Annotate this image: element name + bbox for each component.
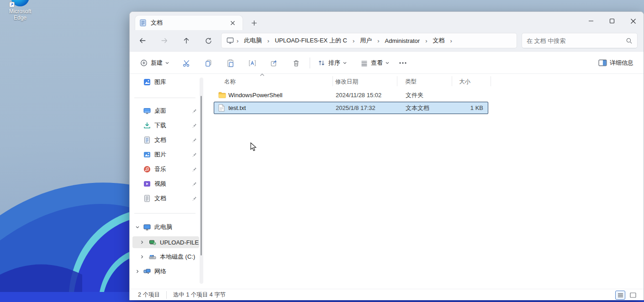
file-list: 名称 修改日期 类型 大小 WindowsPowerShell 2024/11/… [205, 74, 644, 289]
pin-icon [191, 137, 197, 143]
view-button-label: 查看 [371, 59, 383, 67]
column-header-type[interactable]: 类型 [405, 78, 417, 86]
search-box[interactable] [522, 33, 638, 48]
maximize-button[interactable] [602, 12, 623, 30]
chevron-down-icon[interactable] [135, 225, 140, 229]
file-type: 文本文档 [406, 104, 429, 112]
address-bar[interactable]: › 此电脑 › UPLOAD-FILES-EX 上的 C › 用户 › Admi… [221, 33, 517, 48]
sidebar-item-this-pc[interactable]: 此电脑 [132, 221, 199, 233]
tab-documents[interactable]: 文档 [135, 16, 243, 30]
sidebar-item-network[interactable]: 网络 [132, 266, 199, 277]
paste-icon [226, 59, 235, 68]
column-headers: 名称 修改日期 类型 大小 [205, 75, 639, 88]
sidebar-item-upload-files[interactable]: UPLOAD-FILES- [132, 236, 199, 248]
tab-title: 文档 [151, 19, 223, 27]
sidebar-item-downloads[interactable]: 下载 [132, 120, 199, 131]
file-row-windowspowershell[interactable]: WindowsPowerShell 2024/11/28 15:02 文件夹 [214, 89, 488, 101]
more-options-button[interactable] [395, 55, 411, 71]
view-button[interactable]: 查看 [357, 55, 393, 71]
sidebar-scrollbar-thumb[interactable] [201, 96, 202, 255]
close-icon [230, 21, 235, 26]
share-button[interactable] [265, 55, 283, 71]
sidebar-item-label: UPLOAD-FILES- [160, 239, 199, 246]
music-icon [143, 166, 151, 173]
text-file-icon [218, 104, 225, 112]
delete-button[interactable] [287, 55, 305, 71]
details-view-icon [618, 293, 623, 298]
search-icon [626, 37, 633, 44]
sidebar-item-documents-2[interactable]: 文档 [132, 193, 199, 204]
sidebar-item-label: 文档 [154, 136, 188, 144]
sidebar-item-label: 此电脑 [154, 223, 199, 231]
column-header-date-modified[interactable]: 修改日期 [335, 78, 358, 86]
details-pane-button[interactable]: 详细信息 [595, 55, 637, 71]
forward-button[interactable] [157, 33, 172, 48]
sidebar-item-pictures[interactable]: 图片 [132, 149, 199, 161]
large-icons-view-button[interactable] [628, 291, 638, 300]
sidebar-item-local-disk-c[interactable]: 本地磁盘 (C:) [132, 251, 199, 263]
column-separator[interactable] [397, 76, 397, 86]
edge-shortcut[interactable]: Microsoft Edge [3, 0, 37, 21]
column-separator[interactable] [333, 76, 333, 86]
sidebar-item-documents[interactable]: 文档 [132, 134, 199, 146]
tab-close-button[interactable] [227, 17, 238, 28]
sidebar-item-label: 下载 [154, 121, 188, 130]
sort-ascending-icon [260, 73, 264, 76]
plus-icon [251, 20, 257, 26]
sidebar-item-desktop[interactable]: 桌面 [132, 105, 199, 117]
wallpaper-bottom-strip [129, 300, 644, 302]
rename-button[interactable] [243, 55, 261, 71]
edge-shortcut-label: Microsoft Edge [3, 8, 37, 21]
breadcrumb-separator: › [267, 37, 269, 44]
breadcrumb-item-users[interactable]: 用户 [357, 36, 375, 45]
search-input[interactable] [527, 37, 626, 44]
documents-icon [143, 136, 151, 144]
new-button[interactable]: 新建 [136, 55, 173, 71]
minimize-button[interactable] [581, 12, 602, 30]
breadcrumb-item-administrator[interactable]: Administrator [382, 37, 423, 44]
sidebar-item-gallery[interactable]: 图库 [132, 76, 199, 88]
paste-button[interactable] [221, 55, 239, 71]
gallery-icon [143, 78, 151, 86]
breadcrumb-item-documents[interactable]: 文档 [430, 36, 448, 45]
new-button-label: 新建 [151, 59, 163, 67]
chevron-down-icon [165, 62, 169, 64]
column-header-size[interactable]: 大小 [459, 78, 470, 86]
refresh-button[interactable] [201, 33, 216, 48]
up-button[interactable] [179, 33, 194, 48]
breadcrumb-item-this-pc[interactable]: 此电脑 [241, 36, 265, 45]
sidebar-item-music[interactable]: 音乐 [132, 163, 199, 175]
column-header-name[interactable]: 名称 [224, 78, 236, 86]
tab-bar: 文档 [130, 12, 644, 30]
pin-icon [191, 181, 197, 187]
pin-icon [191, 123, 197, 129]
new-tab-button[interactable] [248, 17, 259, 28]
sort-button[interactable]: 排序 [314, 55, 350, 71]
chevron-right-icon[interactable] [135, 269, 140, 274]
column-separator[interactable] [452, 76, 452, 86]
close-window-button[interactable] [623, 12, 644, 30]
cut-button[interactable] [177, 55, 195, 71]
sidebar-divider [134, 213, 195, 213]
details-pane-icon [598, 59, 607, 67]
breadcrumb-item-upload-files[interactable]: UPLOAD-FILES-EX 上的 C [272, 36, 350, 45]
file-row-test-txt[interactable]: test.txt 2025/1/8 17:32 文本文档 1 KB [214, 102, 488, 114]
network-drive-icon [149, 239, 156, 246]
details-view-button[interactable] [615, 291, 625, 300]
disk-drive-icon [149, 253, 156, 260]
rename-icon [248, 59, 257, 68]
back-button[interactable] [135, 33, 150, 48]
wallpaper-bloom [0, 110, 146, 302]
copy-button[interactable] [199, 55, 217, 71]
chevron-right-icon[interactable] [140, 240, 144, 245]
chevron-right-icon[interactable] [140, 255, 144, 259]
sidebar-item-videos[interactable]: 视频 [132, 178, 199, 190]
file-date-modified: 2025/1/8 17:32 [336, 104, 375, 111]
sidebar-item-label: 桌面 [154, 107, 188, 115]
network-icon [143, 268, 151, 275]
column-separator[interactable] [491, 76, 491, 86]
sidebar-item-label: 音乐 [154, 165, 188, 173]
pin-icon [191, 108, 197, 114]
pictures-icon [143, 151, 151, 158]
toolbar-divider [310, 57, 310, 68]
